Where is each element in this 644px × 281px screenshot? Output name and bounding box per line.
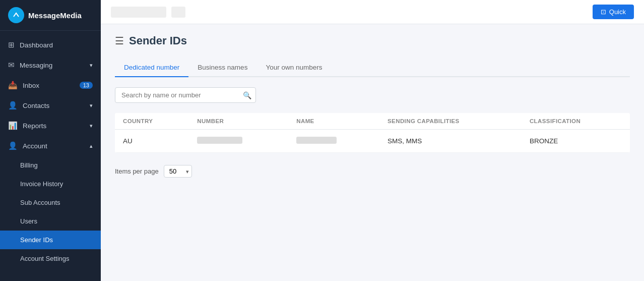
chevron-down-icon: ▾	[90, 62, 93, 69]
items-per-page-label: Items per page	[115, 167, 159, 175]
sidebar-item-label: Dashboard	[20, 41, 53, 49]
sidebar-item-invoice-history[interactable]: Invoice History	[0, 175, 101, 193]
sub-accounts-label: Sub Accounts	[20, 199, 60, 206]
sidebar-item-label: Account	[23, 142, 47, 150]
sidebar-item-users[interactable]: Users	[0, 212, 101, 231]
users-label: Users	[20, 217, 37, 225]
sidebar-item-sender-ids[interactable]: Sender IDs	[0, 231, 101, 249]
sidebar-item-account-settings[interactable]: Account Settings	[0, 249, 101, 268]
sidebar-item-account[interactable]: 👤 Account ▴	[0, 136, 101, 156]
cell-name	[288, 130, 379, 153]
sidebar-item-label: Contacts	[23, 102, 49, 109]
cell-number	[189, 130, 288, 153]
sidebar-item-messaging[interactable]: ✉ Messaging ▾	[0, 55, 101, 75]
sidebar-item-contacts[interactable]: 👤 Contacts ▾	[0, 95, 101, 116]
billing-label: Billing	[20, 161, 38, 169]
chevron-down-icon: ▾	[90, 102, 93, 109]
sidebar-item-dashboard[interactable]: ⊞ Dashboard	[0, 35, 101, 55]
col-number: NUMBER	[189, 113, 288, 130]
dashboard-icon: ⊞	[8, 40, 15, 49]
tab-your-own-numbers[interactable]: Your own numbers	[256, 59, 331, 77]
logo-text: MessageMedia	[28, 11, 82, 20]
sidebar-item-label: Reports	[23, 122, 46, 130]
page-header: ☰ Sender IDs	[115, 34, 630, 47]
page-title: Sender IDs	[129, 34, 187, 47]
account-submenu: Billing Invoice History Sub Accounts Use…	[0, 156, 101, 268]
account-icon: 👤	[8, 141, 18, 150]
account-settings-label: Account Settings	[20, 255, 70, 262]
topbar-dot	[171, 7, 185, 18]
tab-dedicated-number[interactable]: Dedicated number	[115, 59, 188, 77]
items-per-page-select[interactable]: 10 25 50 100	[164, 165, 192, 178]
sidebar-item-sub-accounts[interactable]: Sub Accounts	[0, 193, 101, 212]
quick-button[interactable]: ⊡ Quick	[593, 5, 634, 19]
quick-label: Quick	[609, 8, 626, 16]
quick-icon: ⊡	[601, 8, 606, 16]
sidebar: MessageMedia ⊞ Dashboard ✉ Messaging ▾ 📥…	[0, 0, 101, 281]
table-wrap: COUNTRY NUMBER NAME SENDING CAPABILITIES…	[115, 113, 630, 153]
sender-ids-label: Sender IDs	[20, 236, 53, 244]
logo: MessageMedia	[0, 0, 101, 31]
number-blur	[197, 137, 242, 144]
name-blur	[296, 137, 337, 144]
contacts-icon: 👤	[8, 101, 18, 110]
pagination-row: Items per page 10 25 50 100	[115, 161, 630, 182]
items-per-page-wrap: 10 25 50 100	[164, 165, 192, 178]
table-row: AUSMS, MMSBRONZE	[115, 130, 630, 153]
reports-icon: 📊	[8, 121, 18, 130]
col-classification: CLASSIFICATION	[522, 113, 630, 130]
tab-business-names[interactable]: Business names	[188, 59, 256, 77]
col-sending-capabilities: SENDING CAPABILITIES	[379, 113, 522, 130]
inbox-icon: 📥	[8, 81, 18, 90]
logo-icon	[8, 7, 24, 23]
col-name: NAME	[288, 113, 379, 130]
sidebar-item-label: Inbox	[23, 82, 39, 89]
svg-point-0	[12, 11, 21, 20]
cell-classification: BRONZE	[522, 130, 630, 153]
sidebar-item-billing[interactable]: Billing	[0, 156, 101, 175]
cell-country: AU	[115, 130, 189, 153]
chevron-up-icon: ▴	[90, 143, 93, 149]
sender-ids-page-icon: ☰	[115, 35, 124, 47]
messaging-icon: ✉	[8, 61, 15, 70]
sidebar-navigation: ⊞ Dashboard ✉ Messaging ▾ 📥 Inbox 13 👤 C…	[0, 31, 101, 281]
main-content: ⊡ Quick ☰ Sender IDs Dedicated number Bu…	[101, 0, 644, 281]
search-button[interactable]: 🔍	[238, 87, 256, 103]
sidebar-item-reports[interactable]: 📊 Reports ▾	[0, 116, 101, 136]
search-wrap: 🔍	[115, 87, 256, 103]
col-country: COUNTRY	[115, 113, 189, 130]
table-header-row: COUNTRY NUMBER NAME SENDING CAPABILITIES…	[115, 113, 630, 130]
chevron-down-icon: ▾	[90, 123, 93, 129]
search-input[interactable]	[115, 87, 256, 103]
search-row: 🔍	[115, 87, 630, 103]
sidebar-item-inbox[interactable]: 📥 Inbox 13	[0, 75, 101, 95]
topbar: ⊡ Quick	[101, 0, 644, 24]
breadcrumb	[111, 7, 166, 18]
cell-sending-capabilities: SMS, MMS	[379, 130, 522, 153]
page-content: ☰ Sender IDs Dedicated number Business n…	[101, 24, 644, 281]
topbar-left	[111, 7, 185, 18]
sidebar-item-label: Messaging	[20, 62, 52, 69]
invoice-label: Invoice History	[20, 180, 63, 188]
tabs: Dedicated number Business names Your own…	[115, 59, 630, 77]
sender-ids-table: COUNTRY NUMBER NAME SENDING CAPABILITIES…	[115, 113, 630, 153]
search-icon: 🔍	[243, 91, 251, 99]
inbox-badge: 13	[80, 82, 93, 89]
